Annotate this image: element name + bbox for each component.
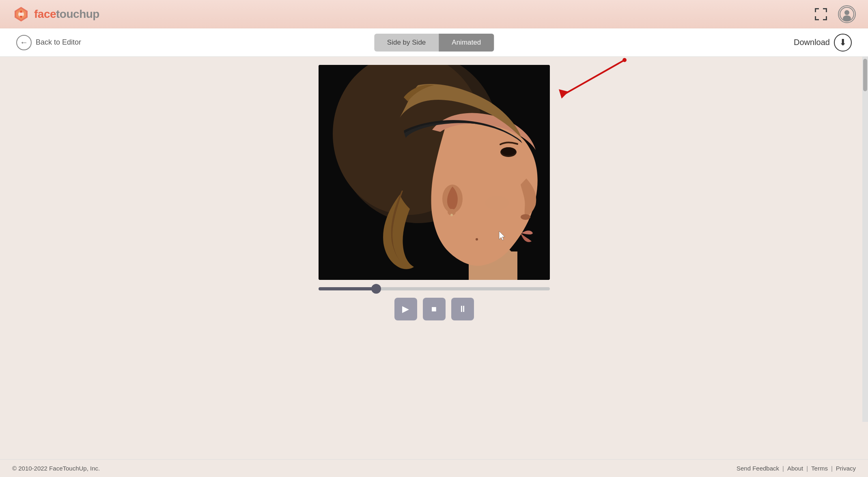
footer: © 2010-2022 FaceTouchUp, Inc. Send Feedb… xyxy=(0,459,868,477)
download-icon: ⬇ xyxy=(834,34,852,52)
svg-rect-6 xyxy=(815,8,816,12)
playback-controls: ▶ ■ ⏸ xyxy=(394,298,474,320)
face-image-container xyxy=(319,65,550,280)
scrollbar-thumb[interactable] xyxy=(863,59,867,91)
privacy-link[interactable]: Privacy xyxy=(836,465,856,472)
pause-button[interactable]: ⏸ xyxy=(451,298,474,320)
svg-point-31 xyxy=(476,238,478,241)
download-label: Download xyxy=(794,38,830,47)
scrollbar[interactable] xyxy=(862,57,868,422)
progress-bar[interactable] xyxy=(319,287,550,290)
app-header: facetouchup xyxy=(0,0,868,28)
svg-point-26 xyxy=(521,214,530,220)
terms-link[interactable]: Terms xyxy=(811,465,828,472)
svg-point-30 xyxy=(485,196,509,210)
header-actions xyxy=(812,5,856,23)
progress-fill xyxy=(319,287,377,290)
stop-button[interactable]: ■ xyxy=(423,298,446,320)
copyright-text: © 2010-2022 FaceTouchUp, Inc. xyxy=(12,465,100,472)
fullscreen-icon xyxy=(814,7,828,21)
profile-icon xyxy=(840,7,854,21)
main-content: ▶ ■ ⏸ xyxy=(0,57,868,462)
sep3: | xyxy=(831,465,833,472)
play-button[interactable]: ▶ xyxy=(394,298,417,320)
back-to-editor-button[interactable]: ← Back to Editor xyxy=(16,35,81,50)
view-mode-tabs: Side by Side Animated xyxy=(374,34,494,52)
profile-button[interactable] xyxy=(838,5,856,23)
svg-rect-8 xyxy=(826,8,827,12)
toolbar: ← Back to Editor Side by Side Animated D… xyxy=(0,28,868,57)
svg-rect-12 xyxy=(826,16,827,20)
sep2: | xyxy=(806,465,808,472)
logo: facetouchup xyxy=(12,5,99,23)
svg-point-15 xyxy=(843,15,851,21)
svg-point-29 xyxy=(450,214,453,216)
logo-touchup: touchup xyxy=(56,8,99,20)
download-button[interactable]: Download ⬇ xyxy=(794,34,852,52)
logo-face: face xyxy=(34,8,56,20)
tab-side-by-side[interactable]: Side by Side xyxy=(374,34,439,52)
svg-point-14 xyxy=(844,10,849,15)
back-arrow-icon: ← xyxy=(16,35,32,50)
send-feedback-link[interactable]: Send Feedback xyxy=(737,465,779,472)
tab-animated[interactable]: Animated xyxy=(439,34,494,52)
svg-point-25 xyxy=(501,147,516,155)
playback-area: ▶ ■ ⏸ xyxy=(319,287,550,320)
svg-rect-10 xyxy=(815,16,816,20)
fullscreen-button[interactable] xyxy=(812,5,830,23)
face-image xyxy=(319,65,550,280)
progress-thumb[interactable] xyxy=(371,284,381,294)
sep1: | xyxy=(782,465,784,472)
footer-links: Send Feedback | About | Terms | Privacy xyxy=(737,465,856,472)
about-link[interactable]: About xyxy=(787,465,803,472)
logo-icon xyxy=(12,5,30,23)
logo-text: facetouchup xyxy=(34,8,99,21)
back-label: Back to Editor xyxy=(36,38,81,47)
